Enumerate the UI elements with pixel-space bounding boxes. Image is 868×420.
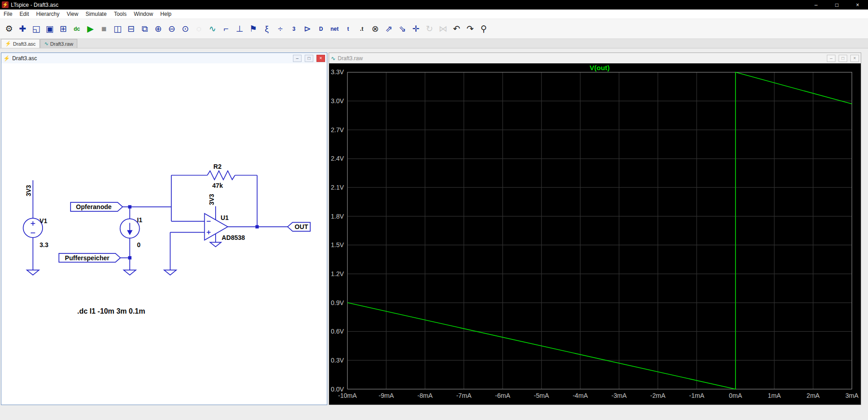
ground-icon (210, 242, 221, 247)
menu-item-view[interactable]: View (63, 10, 82, 19)
waveform-plot[interactable]: -10mA-9mA-8mA-7mA-6mA-5mA-4mA-3mA-2mA-1m… (329, 63, 861, 405)
tile-vertical-icon[interactable]: ◫ (111, 21, 124, 37)
net-flag-pufferspeicher[interactable]: Pufferspeicher (59, 253, 120, 262)
menu-item-edit[interactable]: Edit (16, 10, 33, 19)
r2-resistor[interactable]: R2 47k (208, 163, 235, 190)
waveform-plot-container: -10mA-9mA-8mA-7mA-6mA-5mA-4mA-3mA-2mA-1m… (329, 63, 861, 405)
open-file-icon[interactable]: ◱ (29, 21, 43, 37)
label-net-icon[interactable]: ⚑ (246, 21, 260, 37)
zoom-out-icon[interactable]: ⊖ (165, 21, 179, 37)
paste-icon[interactable]: ⇘ (396, 21, 409, 37)
spice-directive-icon[interactable]: .t (355, 21, 368, 37)
window-maximize-button[interactable]: □ (826, 0, 847, 10)
schematic-window-titlebar[interactable]: ⚡ Draft3.asc – □ × (1, 53, 327, 63)
print-icon[interactable]: ⊞ (57, 21, 70, 37)
zoom-in-icon[interactable]: ⊕ (151, 21, 165, 37)
schematic-window: ⚡ Draft3.asc – □ × (1, 52, 327, 405)
zoom-area-icon[interactable]: ⚲ (477, 21, 491, 37)
diode-icon[interactable]: ⊳ (301, 21, 314, 37)
menu-item-help[interactable]: Help (157, 10, 175, 19)
schematic-minimize-button[interactable]: – (293, 55, 302, 62)
zoom-back-icon[interactable]: ◌ (192, 21, 206, 37)
new-schematic-icon[interactable]: ✚ (16, 21, 29, 37)
waveform-minimize-button[interactable]: – (827, 55, 835, 62)
v1-value: 3.3 (39, 241, 48, 248)
x-tick-label: -1mA (689, 392, 704, 399)
wire-icon[interactable]: ⌐ (219, 21, 233, 37)
waveform-maximize-button[interactable]: □ (839, 55, 847, 62)
menu-item-hierarchy[interactable]: Hierarchy (33, 10, 63, 19)
control-panel-icon[interactable]: ⚙ (2, 21, 16, 37)
rotate-icon[interactable]: ↻ (423, 21, 436, 37)
titlebar[interactable]: ⚡ LTspice - Draft3.asc – □ × (0, 0, 868, 10)
y-tick-label: 3.0V (331, 97, 344, 105)
mirror-icon[interactable]: ⋈ (436, 21, 450, 37)
x-tick-label: -3mA (612, 392, 627, 399)
i1-value: 0 (137, 241, 141, 248)
menu-item-simulate[interactable]: Simulate (82, 10, 110, 19)
y-tick-label: 0.9V (331, 299, 344, 306)
run-icon[interactable]: ▶ (84, 21, 97, 37)
component-icon[interactable]: D (314, 21, 328, 37)
zoom-full-extents-icon[interactable]: ⊙ (179, 21, 192, 37)
window-minimize-button[interactable]: – (806, 0, 826, 10)
capacitor-icon[interactable]: ÷ (274, 21, 287, 37)
x-tick-label: -8mA (417, 392, 433, 399)
cut-icon[interactable]: ⊗ (368, 21, 382, 37)
ltspice-app-icon: ⚡ (2, 1, 9, 8)
waveform-window: ∿ Draft3.raw – □ × -10mA-9mA-8mA-7mA-6mA… (329, 52, 861, 405)
netlist-icon[interactable]: net (328, 21, 341, 37)
trace-vout (347, 72, 852, 389)
move-icon[interactable]: ✛ (409, 21, 423, 37)
menu-item-window[interactable]: Window (130, 10, 157, 19)
copy-icon[interactable]: ⇗ (382, 21, 396, 37)
tab-draft3-raw[interactable]: ∿Draft3.raw (40, 39, 77, 48)
ground-icon (124, 270, 136, 275)
v1-rail-label: 3V3 (25, 185, 32, 196)
x-tick-label: 3mA (845, 392, 859, 399)
window-close-button[interactable]: × (847, 0, 868, 10)
schematic-maximize-button[interactable]: □ (305, 55, 313, 62)
waveform-window-titlebar[interactable]: ∿ Draft3.raw – □ × (329, 53, 861, 63)
save-icon[interactable]: ▣ (43, 21, 57, 37)
spice-directive[interactable]: .dc I1 -10m 3m 0.1m (77, 307, 145, 315)
halt-icon[interactable]: ■ (97, 21, 111, 37)
menu-item-tools[interactable]: Tools (110, 10, 130, 19)
y-tick-label: 1.2V (331, 270, 344, 277)
redo-icon[interactable]: ↷ (463, 21, 477, 37)
y-tick-label: 1.5V (331, 241, 344, 248)
ground-symbols[interactable] (27, 242, 221, 275)
net-label-pufferspeicher: Pufferspeicher (65, 254, 110, 262)
text-icon[interactable]: t (341, 21, 355, 37)
v1-name: V1 (39, 217, 47, 224)
u1-name: U1 (221, 214, 229, 221)
tab-draft3-asc[interactable]: ⚡Draft3.asc (1, 39, 40, 48)
schematic-close-button[interactable]: × (316, 55, 325, 62)
resistor-icon[interactable]: ξ (260, 21, 274, 37)
net-flag-opferanode[interactable]: Opferanode (71, 202, 123, 211)
x-tick-label: 1mA (768, 392, 781, 399)
r2-value: 47k (212, 182, 223, 189)
dc-operating-point-icon[interactable]: dc (70, 21, 84, 37)
menu-item-file[interactable]: File (0, 10, 16, 19)
net-label-opferanode: Opferanode (76, 203, 112, 210)
autorange-waveform-icon[interactable]: ∿ (206, 21, 219, 37)
schematic-window-title: Draft3.asc (12, 55, 37, 62)
tile-horizontal-icon[interactable]: ⊟ (124, 21, 138, 37)
current-arrow-icon (127, 230, 132, 235)
x-tick-label: -10mA (338, 392, 357, 399)
schematic-canvas[interactable]: V1 3.3 3V3 I1 0 R2 47k (1, 63, 327, 405)
ground-icon (164, 270, 176, 275)
undo-icon[interactable]: ↶ (450, 21, 463, 37)
i1-current-source[interactable]: I1 0 (120, 216, 142, 248)
inductor-icon[interactable]: 3 (287, 21, 301, 37)
r2-name: R2 (213, 163, 222, 170)
ground-icon[interactable]: ⊥ (233, 21, 246, 37)
net-flag-out[interactable]: OUT (288, 222, 310, 231)
waveform-close-button[interactable]: × (850, 55, 859, 62)
v1-voltage-source[interactable]: V1 3.3 3V3 (23, 185, 48, 249)
x-tick-label: -2mA (650, 392, 665, 399)
ground-icon (27, 270, 39, 275)
u1-opamp[interactable]: U1 AD8538 3V3 (204, 194, 245, 241)
cascade-windows-icon[interactable]: ⧉ (138, 21, 151, 37)
